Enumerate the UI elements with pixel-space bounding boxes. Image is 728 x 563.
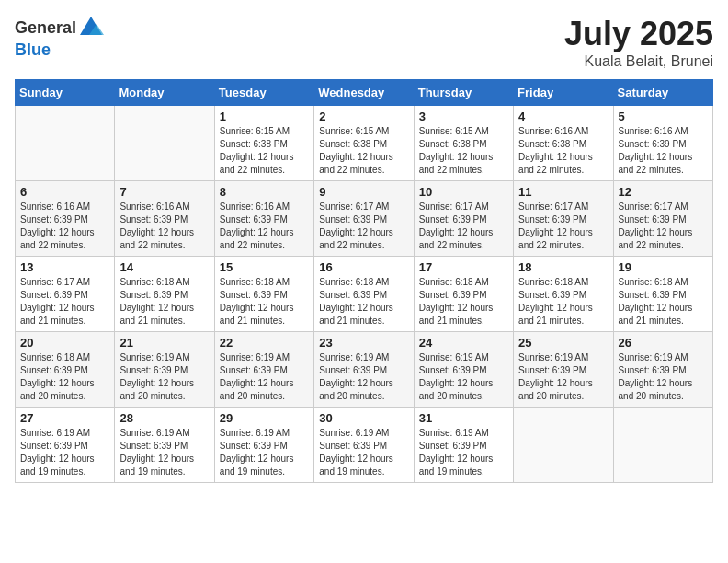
calendar-cell: 1Sunrise: 6:15 AMSunset: 6:38 PMDaylight… [214, 106, 313, 181]
calendar-cell: 3Sunrise: 6:15 AMSunset: 6:38 PMDaylight… [414, 106, 513, 181]
day-info: Sunrise: 6:19 AMSunset: 6:39 PMDaylight:… [419, 427, 508, 478]
day-info: Sunrise: 6:19 AMSunset: 6:39 PMDaylight:… [119, 427, 209, 478]
week-row-2: 6Sunrise: 6:16 AMSunset: 6:39 PMDaylight… [16, 181, 713, 257]
day-info: Sunrise: 6:15 AMSunset: 6:38 PMDaylight:… [419, 125, 508, 177]
calendar-cell: 6Sunrise: 6:16 AMSunset: 6:39 PMDaylight… [16, 181, 115, 257]
day-info: Sunrise: 6:18 AMSunset: 6:39 PMDaylight:… [119, 276, 209, 327]
weekday-header-wednesday: Wednesday [314, 80, 414, 106]
day-number: 14 [119, 260, 209, 274]
location-title: Kuala Belait, Brunei [564, 53, 713, 70]
calendar-cell: 4Sunrise: 6:16 AMSunset: 6:38 PMDaylight… [514, 106, 613, 181]
week-row-5: 27Sunrise: 6:19 AMSunset: 6:39 PMDayligh… [16, 408, 713, 483]
calendar-cell: 29Sunrise: 6:19 AMSunset: 6:39 PMDayligh… [214, 408, 313, 483]
day-info: Sunrise: 6:18 AMSunset: 6:39 PMDaylight:… [419, 276, 508, 327]
day-info: Sunrise: 6:18 AMSunset: 6:39 PMDaylight:… [319, 276, 408, 327]
calendar-cell: 28Sunrise: 6:19 AMSunset: 6:39 PMDayligh… [115, 408, 214, 483]
logo-general-text: General [15, 18, 76, 38]
calendar-cell: 5Sunrise: 6:16 AMSunset: 6:39 PMDaylight… [613, 106, 712, 181]
day-info: Sunrise: 6:19 AMSunset: 6:39 PMDaylight:… [220, 351, 309, 403]
calendar-cell: 9Sunrise: 6:17 AMSunset: 6:39 PMDaylight… [314, 181, 414, 257]
logo: General Blue [15, 15, 104, 60]
day-info: Sunrise: 6:19 AMSunset: 6:39 PMDaylight:… [220, 427, 309, 478]
weekday-header-friday: Friday [514, 80, 613, 106]
day-info: Sunrise: 6:19 AMSunset: 6:39 PMDaylight:… [619, 351, 708, 403]
day-info: Sunrise: 6:16 AMSunset: 6:39 PMDaylight:… [619, 125, 708, 177]
day-info: Sunrise: 6:19 AMSunset: 6:39 PMDaylight:… [20, 427, 109, 478]
day-number: 11 [518, 185, 608, 199]
day-number: 1 [220, 109, 309, 123]
weekday-header-thursday: Thursday [414, 80, 513, 106]
day-info: Sunrise: 6:18 AMSunset: 6:39 PMDaylight:… [20, 351, 109, 403]
week-row-1: 1Sunrise: 6:15 AMSunset: 6:38 PMDaylight… [16, 106, 713, 181]
logo-blue-text: Blue [15, 40, 51, 59]
day-number: 31 [419, 411, 508, 425]
day-info: Sunrise: 6:17 AMSunset: 6:39 PMDaylight:… [319, 201, 408, 252]
day-info: Sunrise: 6:16 AMSunset: 6:39 PMDaylight:… [119, 201, 209, 252]
day-number: 30 [319, 411, 408, 425]
day-number: 21 [119, 336, 209, 350]
calendar-cell: 2Sunrise: 6:15 AMSunset: 6:38 PMDaylight… [314, 106, 414, 181]
day-number: 13 [20, 260, 109, 274]
day-number: 28 [119, 411, 209, 425]
calendar-cell: 22Sunrise: 6:19 AMSunset: 6:39 PMDayligh… [214, 332, 313, 408]
calendar-cell: 26Sunrise: 6:19 AMSunset: 6:39 PMDayligh… [613, 332, 712, 408]
month-title: July 2025 [564, 15, 713, 53]
calendar-cell: 11Sunrise: 6:17 AMSunset: 6:39 PMDayligh… [514, 181, 613, 257]
day-number: 15 [220, 260, 309, 274]
calendar-cell: 10Sunrise: 6:17 AMSunset: 6:39 PMDayligh… [414, 181, 513, 257]
day-number: 4 [518, 109, 608, 123]
day-number: 20 [20, 336, 109, 350]
day-info: Sunrise: 6:17 AMSunset: 6:39 PMDaylight:… [419, 201, 508, 252]
day-number: 5 [619, 109, 708, 123]
day-number: 12 [619, 185, 708, 199]
day-info: Sunrise: 6:16 AMSunset: 6:39 PMDaylight:… [20, 201, 109, 252]
day-info: Sunrise: 6:19 AMSunset: 6:39 PMDaylight:… [119, 351, 209, 403]
day-number: 9 [319, 185, 408, 199]
week-row-4: 20Sunrise: 6:18 AMSunset: 6:39 PMDayligh… [16, 332, 713, 408]
weekday-header-monday: Monday [115, 80, 214, 106]
calendar-cell: 17Sunrise: 6:18 AMSunset: 6:39 PMDayligh… [414, 257, 513, 332]
header: General Blue July 2025 Kuala Belait, Bru… [15, 15, 713, 70]
calendar: SundayMondayTuesdayWednesdayThursdayFrid… [15, 79, 713, 483]
calendar-cell [514, 408, 613, 483]
calendar-cell: 23Sunrise: 6:19 AMSunset: 6:39 PMDayligh… [314, 332, 414, 408]
weekday-header-saturday: Saturday [613, 80, 712, 106]
day-number: 18 [518, 260, 608, 274]
calendar-cell [16, 106, 115, 181]
weekday-header-tuesday: Tuesday [214, 80, 313, 106]
calendar-cell: 8Sunrise: 6:16 AMSunset: 6:39 PMDaylight… [214, 181, 313, 257]
day-number: 26 [619, 336, 708, 350]
day-number: 6 [20, 185, 109, 199]
day-info: Sunrise: 6:18 AMSunset: 6:39 PMDaylight:… [518, 276, 608, 327]
day-info: Sunrise: 6:19 AMSunset: 6:39 PMDaylight:… [419, 351, 508, 403]
calendar-cell: 21Sunrise: 6:19 AMSunset: 6:39 PMDayligh… [115, 332, 214, 408]
day-info: Sunrise: 6:19 AMSunset: 6:39 PMDaylight:… [319, 351, 408, 403]
day-info: Sunrise: 6:17 AMSunset: 6:39 PMDaylight:… [20, 276, 109, 327]
calendar-cell: 13Sunrise: 6:17 AMSunset: 6:39 PMDayligh… [16, 257, 115, 332]
calendar-cell: 16Sunrise: 6:18 AMSunset: 6:39 PMDayligh… [314, 257, 414, 332]
calendar-cell [613, 408, 712, 483]
day-info: Sunrise: 6:17 AMSunset: 6:39 PMDaylight:… [518, 201, 608, 252]
calendar-cell: 31Sunrise: 6:19 AMSunset: 6:39 PMDayligh… [414, 408, 513, 483]
day-number: 27 [20, 411, 109, 425]
calendar-cell: 30Sunrise: 6:19 AMSunset: 6:39 PMDayligh… [314, 408, 414, 483]
day-number: 3 [419, 109, 508, 123]
day-number: 7 [119, 185, 209, 199]
day-number: 19 [619, 260, 708, 274]
day-number: 29 [220, 411, 309, 425]
calendar-cell: 25Sunrise: 6:19 AMSunset: 6:39 PMDayligh… [514, 332, 613, 408]
day-number: 24 [419, 336, 508, 350]
day-number: 2 [319, 109, 408, 123]
calendar-cell: 18Sunrise: 6:18 AMSunset: 6:39 PMDayligh… [514, 257, 613, 332]
day-number: 8 [220, 185, 309, 199]
day-number: 10 [419, 185, 508, 199]
day-info: Sunrise: 6:18 AMSunset: 6:39 PMDaylight:… [220, 276, 309, 327]
day-info: Sunrise: 6:15 AMSunset: 6:38 PMDaylight:… [220, 125, 309, 177]
calendar-cell: 12Sunrise: 6:17 AMSunset: 6:39 PMDayligh… [613, 181, 712, 257]
week-row-3: 13Sunrise: 6:17 AMSunset: 6:39 PMDayligh… [16, 257, 713, 332]
calendar-cell: 7Sunrise: 6:16 AMSunset: 6:39 PMDaylight… [115, 181, 214, 257]
day-number: 16 [319, 260, 408, 274]
day-number: 23 [319, 336, 408, 350]
calendar-cell: 20Sunrise: 6:18 AMSunset: 6:39 PMDayligh… [16, 332, 115, 408]
calendar-cell: 19Sunrise: 6:18 AMSunset: 6:39 PMDayligh… [613, 257, 712, 332]
